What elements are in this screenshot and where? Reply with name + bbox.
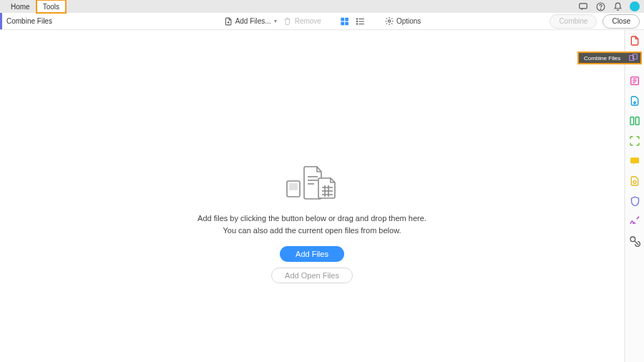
svg-rect-4 [345,17,348,21]
remove-button: Remove [283,16,321,26]
toolbar-title: Combine Files [6,17,52,25]
combine-files-tool[interactable]: Combine Files [577,52,642,64]
svg-rect-0 [580,4,587,9]
options-label: Options [396,17,421,25]
svg-rect-3 [341,17,345,21]
compress-icon[interactable] [628,134,641,147]
scan-icon[interactable] [628,175,641,187]
tab-tools[interactable]: Tools [36,0,66,13]
gear-icon [384,16,394,26]
options-button[interactable]: Options [384,16,421,26]
svg-rect-15 [290,184,297,190]
combine-button: Combine [550,14,597,29]
svg-point-11 [357,21,358,21]
add-files-label: Add Files... [235,17,271,25]
toolbar-left: Combine Files [0,13,52,29]
combine-files-icon [628,53,638,63]
svg-rect-25 [630,117,634,125]
svg-rect-26 [635,117,639,125]
instruction-text: Add files by clicking the button below o… [197,212,426,236]
svg-rect-6 [345,21,348,25]
toolbar-right: Combine Close [550,14,640,29]
top-header: Home Tools [0,0,644,13]
svg-rect-27 [630,157,639,163]
view-grid-button[interactable] [340,16,350,26]
combine-files-tooltip-label: Combine Files [584,55,620,62]
avatar[interactable] [630,1,640,11]
add-file-icon [223,16,233,26]
edit-pdf-icon[interactable] [628,74,641,87]
svg-point-29 [630,237,635,242]
add-open-files-button[interactable]: Add Open Files [271,268,353,283]
tab-home-label: Home [11,3,30,11]
instruction-line2: You can also add the current open files … [197,225,426,237]
bell-icon[interactable] [613,1,623,11]
svg-point-10 [357,18,358,19]
illustration-icon [284,162,340,202]
remove-label: Remove [295,17,321,25]
chevron-down-icon: ▾ [274,18,277,24]
svg-point-12 [357,23,358,24]
tab-tools-label: Tools [43,3,59,11]
close-button[interactable]: Close [602,14,640,29]
right-sidebar [625,30,644,362]
redact-icon[interactable] [628,235,641,248]
accent-bar [0,13,2,29]
main-drop-area[interactable]: Add files by clicking the button below o… [0,30,625,362]
add-files-button[interactable]: Add Files [280,246,344,262]
svg-point-13 [388,20,390,22]
add-files-menu[interactable]: Add Files... ▾ [223,16,277,26]
chat-icon[interactable] [578,1,588,11]
svg-point-2 [600,9,601,9]
organize-icon[interactable] [628,114,641,127]
help-icon[interactable] [595,1,605,11]
comment-icon[interactable] [628,155,641,167]
create-pdf-icon[interactable] [628,34,641,47]
sign-icon[interactable] [628,215,641,228]
top-tabs: Home Tools [4,0,66,13]
svg-rect-5 [341,21,345,25]
trash-icon [283,16,293,26]
tab-home[interactable]: Home [4,0,36,13]
view-list-button[interactable] [356,16,366,26]
export-pdf-icon[interactable] [628,94,641,107]
protect-icon[interactable] [628,195,641,207]
toolbar: Combine Files Add Files... ▾ Remove [0,13,644,30]
header-actions [578,1,640,11]
toolbar-center: Add Files... ▾ Remove Options [223,13,421,30]
instruction-line1: Add files by clicking the button below o… [197,212,426,225]
svg-point-28 [633,180,636,183]
